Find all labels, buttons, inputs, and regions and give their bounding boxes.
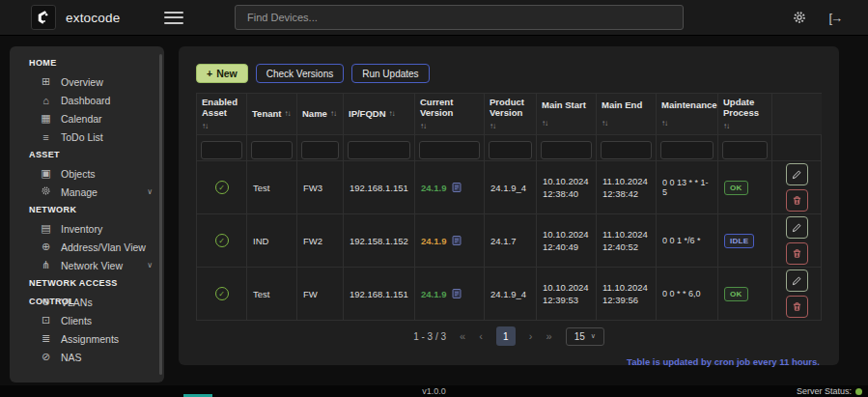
page-size-select[interactable]: 15 ∨ [566,327,604,346]
edit-button[interactable] [786,269,808,292]
update-status-badge: IDLE [724,234,754,248]
cell-actions [771,214,822,268]
cell-update-process: OK [717,161,771,214]
cell-product-version: 24.1.9_4 [484,268,536,321]
sidebar-item-assignments[interactable]: ≣ Assignments [10,329,164,348]
sort-icon[interactable]: ↑↓ [284,109,290,118]
search-icon: ⊘ [39,351,53,363]
filter-cell [343,135,414,161]
filter-input-main-start[interactable] [541,141,592,159]
pagination-range: 1 - 3 / 3 [413,331,446,342]
filter-cell [596,135,656,161]
filter-input-enabled-asset[interactable] [201,141,242,159]
monitor-icon: ⊡ [39,314,53,326]
filter-cell [536,135,596,161]
enabled-check-icon: ✓ [215,234,229,247]
brand-logo [31,5,56,30]
edit-button[interactable] [786,163,808,185]
filter-input-maintenance[interactable] [660,141,714,159]
run-updates-button[interactable]: Run Updates [351,64,429,83]
sort-icon[interactable]: ↑↓ [661,119,667,128]
server-status-dot [855,388,862,395]
sort-icon[interactable]: ↑↓ [330,109,336,118]
filter-input-product-version[interactable] [489,141,532,159]
chevron-down-icon: ∨ [147,261,153,269]
sidebar-section-asset: ASSET [10,146,164,164]
cell-ip: 192.168.1.151 [343,161,414,214]
last-page-button[interactable]: » [546,330,552,342]
first-page-button[interactable]: « [460,330,465,342]
sort-icon[interactable]: ↑↓ [542,119,547,128]
cell-main-start: 10.10.202412:40:49 [536,214,596,268]
network-tree-icon: ⋔ [39,259,53,271]
brand-name: extocode [66,11,120,25]
logout-icon[interactable]: [→ [828,11,841,25]
next-page-button[interactable]: › [529,330,533,342]
cell-tenant: Test [246,268,296,321]
cron-note: Table is updated by cron job every 11 ho… [196,352,822,367]
chevron-down-icon: ∨ [591,332,596,340]
sidebar-item-clients[interactable]: ⊡ Clients [10,311,164,329]
sidebar-item-manage[interactable]: Manage ∨ [10,183,164,201]
filter-input-tenant[interactable] [251,141,293,159]
sort-icon[interactable]: ↑↓ [202,122,208,130]
cell-product-version: 24.1.7 [484,214,536,268]
delete-button[interactable] [786,296,808,318]
sort-icon[interactable]: ↑↓ [389,109,395,118]
sidebar-item-objects[interactable]: ▣ Objects [10,164,164,183]
delete-button[interactable] [786,189,808,212]
check-versions-button[interactable]: Check Versions [256,64,344,83]
sidebar-item-calendar[interactable]: ▦ Calendar [10,109,164,128]
search-input[interactable] [235,5,684,30]
new-button[interactable]: + New [196,64,248,83]
cell-actions [771,161,822,214]
sidebar-item-network-view[interactable]: ⋔ Network View ∨ [10,256,164,274]
cell-enabled: ✓ [196,161,246,214]
enabled-check-icon: ✓ [215,181,229,194]
release-notes-icon[interactable] [451,235,462,246]
filter-cell [246,135,296,161]
cell-current-version: 24.1.9 [414,161,484,214]
menu-toggle-icon[interactable] [164,12,183,24]
sidebar-item-todo-list[interactable]: ≡ ToDo List [10,128,164,146]
chevron-down-icon: ∨ [147,187,153,196]
cell-enabled: ✓ [196,268,246,321]
sidebar-section-network-access-control: NETWORK ACCESS CONTROL [10,274,164,293]
update-status-badge: OK [724,287,748,301]
col-header-main-start: Main Start↑↓ [536,94,596,135]
release-notes-icon[interactable] [451,288,462,299]
extocode-logo-icon [35,9,52,26]
col-header-name: Name↑↓ [296,94,343,135]
filter-input-main-end[interactable] [601,141,652,159]
sidebar-item-inventory[interactable]: ▤ Inventory [10,219,164,238]
sidebar-item-overview[interactable]: ⊞ Overview [10,72,164,91]
calendar-icon: ▦ [39,112,53,125]
top-bar: extocode [→ [0,0,868,35]
filter-cell-actions [771,135,822,161]
filter-input-name[interactable] [301,141,339,159]
sort-icon[interactable]: ↑↓ [602,119,607,128]
filter-input-ip-fqdn[interactable] [348,141,410,159]
filter-input-update-process[interactable] [722,141,768,159]
inventory-table-icon: ▤ [39,222,53,235]
cell-tenant: Test [246,161,296,214]
sort-icon[interactable]: ↑↓ [420,122,426,130]
sidebar-scrollbar[interactable] [159,54,162,375]
sidebar-item-address-vlan-view[interactable]: ⊕ Address/Vlan View [10,238,164,256]
gear-icon[interactable] [792,10,807,25]
prev-page-button[interactable]: ‹ [479,330,483,342]
sort-icon[interactable]: ↑↓ [490,122,495,130]
update-status-badge: OK [724,181,748,195]
delete-button[interactable] [786,242,808,265]
edit-button[interactable] [786,216,808,239]
current-page-button[interactable]: 1 [496,326,516,346]
filter-input-current-version[interactable] [419,141,480,159]
cell-main-end: 11.10.202412:39:56 [596,268,656,321]
col-header-main-end: Main End↑↓ [596,94,656,135]
plus-icon: + [207,68,212,79]
sort-icon[interactable]: ↑↓ [723,122,729,130]
sidebar-item-nas[interactable]: ⊘ NAS [10,348,164,366]
release-notes-icon[interactable] [451,182,462,193]
globe-icon: ⊕ [39,296,53,308]
sidebar-item-dashboard[interactable]: ⌂ Dashboard [10,91,164,109]
